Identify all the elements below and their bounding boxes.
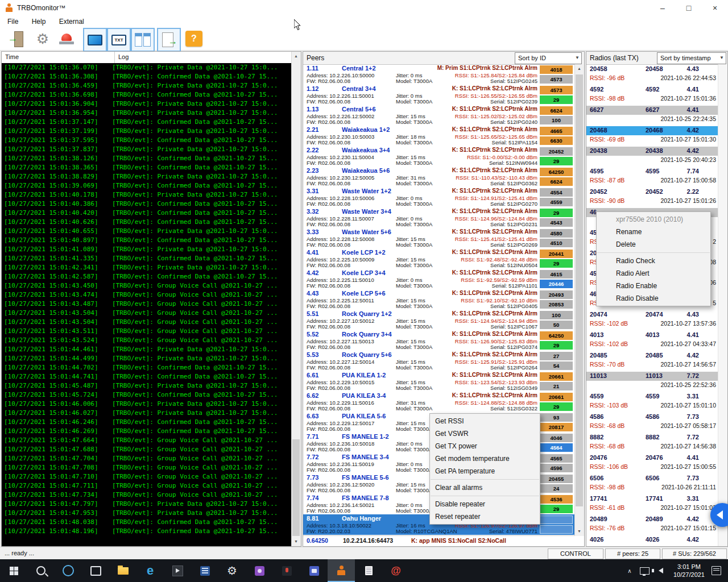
log-row[interactable]: [10/27/2021 15:01:45.724][TRBO/evt]: Con… [2, 390, 292, 400]
exit-button[interactable]: → [6, 28, 27, 49]
log-row[interactable]: [10/27/2021 15:01:43.504][TRBO/evt]: Gro… [2, 318, 292, 327]
peer-row[interactable]: 4.42Koele LCP 3+4K: S1:LCPtrnk S2:LCPtrn… [303, 269, 575, 289]
peer-row[interactable]: 5.52Rock Quarry 3+4K: S1:LCPtrnk S2:LCPt… [303, 330, 575, 351]
log-row[interactable]: [10/27/2021 15:01:40.655][TRBO/evt]: Pri… [2, 227, 292, 236]
peer-row[interactable]: 4.41Koele LCP 1+2K: S1:LCPtrnk S2:LCPtrn… [303, 248, 575, 269]
radios-sort-dropdown[interactable]: Sort by timestamp ▼ [657, 52, 726, 64]
peer-row[interactable]: 6.61PUA KILEA 1-2K: S1:LCPtrnk S2:LCPtrn… [303, 371, 575, 392]
log-row[interactable]: [10/27/2021 15:01:43.524][TRBO/evt]: Gro… [2, 336, 292, 345]
log-row[interactable]: [10/27/2021 15:01:36.698][TRBO/evt]: Con… [2, 90, 292, 99]
log-row[interactable]: [10/27/2021 15:01:37.199][TRBO/evt]: Pri… [2, 127, 292, 136]
peer-row[interactable]: 4.43Koele LCP 5+6K: S1:LCPtrnk S2:LCPtrn… [303, 289, 575, 310]
taskbar-audio-app[interactable] [273, 559, 300, 582]
radio-row[interactable]: 20474204744.43RSSI: -102 dB2021-10-27 13… [586, 310, 718, 330]
control-button[interactable]: CONTROL [548, 548, 603, 559]
taskbar-file-explorer[interactable] [109, 559, 136, 582]
log-row[interactable]: [10/27/2021 15:01:38.365][TRBO/evt]: Con… [2, 163, 292, 172]
log-row[interactable]: [10/27/2021 15:01:44.702][TRBO/evt]: Con… [2, 363, 292, 372]
context-item-get-modem-temperature[interactable]: Get modem temperature [430, 452, 540, 465]
log-row[interactable]: [10/27/2021 15:01:44.499][TRBO/evt]: Pri… [2, 354, 292, 363]
peer-row[interactable]: 1.11Central 1+2M: Prim S1:LCPtrnk S2:LCP… [303, 64, 575, 85]
layout-button[interactable] [131, 28, 155, 52]
taskbar-task-view[interactable] [82, 559, 109, 582]
log-scrollbar[interactable]: ▲ ▼ [291, 52, 301, 546]
radio-row[interactable]: 458645867.73RSSI: -68 dB2021-10-27 05:58… [586, 412, 718, 433]
context-item-radio-disable[interactable]: Radio Disable [597, 292, 710, 305]
peer-row[interactable]: 5.51Rock Quarry 1+2K: S1:LCPtrnk S2:LCPt… [303, 310, 575, 330]
log-row[interactable]: [10/27/2021 15:01:42.587][TRBO/evt]: Con… [2, 272, 292, 281]
log-row[interactable]: [10/27/2021 15:01:40.626][TRBO/evt]: Con… [2, 218, 292, 227]
log-row[interactable]: [10/27/2021 15:01:43.504][TRBO/evt]: Gro… [2, 309, 292, 318]
radio-row[interactable]: 20452204522.22RSSI: -90 dB2021-10-27 15:… [586, 187, 718, 207]
volume-icon[interactable] [659, 568, 663, 573]
radio-row[interactable]: 459245924.41RSSI: -98 dB2021-10-27 15:01… [586, 85, 718, 105]
peer-row[interactable]: 2.22Waiakeakua 3+4K: S1:LCPtrnk S2:LCPtr… [303, 146, 575, 167]
scroll-down-icon[interactable]: ▼ [292, 537, 300, 546]
peer-row[interactable]: 3.32Waste Water 3+4K: S1:LCPtrnk S2:LCPt… [303, 207, 575, 228]
menu-file[interactable]: File [3, 16, 22, 27]
log-row[interactable]: [10/27/2021 15:01:36.904][TRBO/evt]: Pri… [2, 99, 292, 109]
context-item-radio-check[interactable]: Radio Check [597, 255, 710, 267]
help-button[interactable]: ? [183, 28, 205, 49]
context-item-delete[interactable]: Delete [597, 238, 710, 251]
log-row[interactable]: [10/27/2021 15:01:40.386][TRBO/evt]: Con… [2, 199, 292, 209]
log-row[interactable]: [10/27/2021 15:01:46.246][TRBO/evt]: Con… [2, 418, 292, 427]
context-item-get-tx-power[interactable]: Get TX power [430, 440, 540, 452]
taskbar-trbomonitor[interactable] [328, 559, 355, 582]
log-row[interactable]: [10/27/2021 15:01:44.461][TRBO/evt]: Pri… [2, 345, 292, 354]
tray-expand-icon[interactable]: ∧ [623, 568, 636, 574]
radio-row[interactable]: 455945593.31RSSI: -103 dB2021-10-27 15:0… [586, 392, 718, 412]
taskbar-notepad[interactable] [355, 559, 382, 582]
monitor-button[interactable] [83, 28, 107, 52]
log-row[interactable]: [10/27/2021 15:01:44.741][TRBO/evt]: Con… [2, 372, 292, 381]
network-icon[interactable] [640, 567, 650, 575]
notification-center-icon[interactable] [712, 566, 721, 575]
scroll-up-icon[interactable]: ▲ [292, 52, 300, 61]
log-row[interactable]: [10/27/2021 15:01:47.708][TRBO/evt]: Gro… [2, 463, 292, 472]
log-row[interactable]: [10/27/2021 15:01:37.147][TRBO/evt]: Con… [2, 118, 292, 127]
log-row[interactable]: [10/27/2021 15:01:43.511][TRBO/evt]: Gro… [2, 327, 292, 336]
peer-row[interactable]: 3.33Waste Water 5+6K: S1:LCPtrnk S2:LCPt… [303, 228, 575, 248]
log-row[interactable]: [10/27/2021 15:01:40.420][TRBO/evt]: Con… [2, 209, 292, 218]
log-row[interactable]: [10/27/2021 15:01:38.829][TRBO/evt]: Pri… [2, 172, 292, 181]
context-item-disable-repeater[interactable]: Disable repeater [430, 498, 540, 510]
minimize-icon[interactable]: – [650, 0, 676, 16]
taskbar-radio-app[interactable] [246, 559, 273, 582]
radio-row[interactable]: 20438204384.422021-10-25 20:40:23 [586, 146, 718, 167]
peer-row[interactable]: 1.12Central 3+4K: S1:LCPtrnk S2:LCPtrnk … [303, 85, 575, 105]
peer-row[interactable]: 2.21Waiakeakua 1+2K: S1:LCPtrnk S2:LCPtr… [303, 126, 575, 146]
scrollbar-thumb[interactable] [576, 74, 583, 506]
menu-help[interactable]: Help [28, 16, 50, 27]
radio-row[interactable]: 20489204894.42RSSI: -76 dB2021-10-27 15:… [586, 514, 718, 535]
peers-sort-dropdown[interactable]: Sort by ID ▼ [515, 52, 582, 64]
log-row[interactable]: [10/27/2021 15:01:36.308][TRBO/evt]: Con… [2, 72, 292, 81]
peer-row[interactable]: 2.23Waiakeakua 5+6K: S1:LCPtrnk S2:LCPtr… [303, 167, 575, 187]
context-item-clear-all-alarms[interactable]: Clear all alarms [430, 481, 540, 494]
log-row[interactable]: [10/27/2021 15:01:46.006][TRBO/evt]: Pri… [2, 400, 292, 409]
log-row[interactable]: [10/27/2021 15:01:43.450][TRBO/evt]: Gro… [2, 281, 292, 290]
settings-button[interactable]: ⚙ [32, 28, 53, 49]
taskbar-settings[interactable]: ⚙ [218, 559, 246, 582]
radio-row[interactable]: 650665067.73RSSI: -98 dB2021-10-26 21:11… [586, 473, 718, 494]
taskbar-search[interactable] [27, 559, 55, 582]
log-row[interactable]: [10/27/2021 15:01:42.341][TRBO/evt]: Pri… [2, 263, 292, 272]
scroll-down-icon[interactable]: ▼ [575, 527, 584, 536]
log-row[interactable]: [10/27/2021 15:01:47.664][TRBO/evt]: Gro… [2, 436, 292, 445]
log-row[interactable]: [10/27/2021 15:01:36.459][TRBO/evt]: Pri… [2, 81, 292, 90]
taskbar-comms-app[interactable] [300, 559, 328, 582]
log-row[interactable]: [10/27/2021 15:01:39.069][TRBO/evt]: Con… [2, 181, 292, 190]
context-item-reset-repeater[interactable]: Reset repeater [430, 510, 540, 523]
context-item-radio-enable[interactable]: Radio Enable [597, 280, 710, 292]
context-item-get-pa-temperature[interactable]: Get PA temperature [430, 465, 540, 477]
log-row[interactable]: [10/27/2021 15:01:40.897][TRBO/evt]: Con… [2, 236, 292, 245]
context-item-get-rssi[interactable]: Get RSSI [430, 415, 540, 427]
log-row[interactable]: [10/27/2021 15:01:45.487][TRBO/evt]: Pri… [2, 381, 292, 390]
log-row[interactable]: [10/27/2021 15:01:36.070][TRBO/evt]: Pri… [2, 63, 292, 72]
peer-row[interactable]: 6.62PUA KILEA 3-4K: S1:LCPtrnk S2:LCPtrn… [303, 392, 575, 412]
log-column-time[interactable]: Time [2, 52, 115, 63]
radio-row[interactable]: 459545957.74RSSI: -87 dB2021-10-27 15:00… [586, 167, 718, 187]
close-icon[interactable]: × [702, 0, 728, 16]
radio-row[interactable]: 11013110137.722021-10-25 22:52:36 [586, 371, 718, 392]
log-row[interactable]: [10/27/2021 15:01:47.688][TRBO/evt]: Gro… [2, 445, 292, 454]
radio-row[interactable]: 888288827.72RSSI: -68 dB2021-10-27 14:56… [586, 433, 718, 453]
